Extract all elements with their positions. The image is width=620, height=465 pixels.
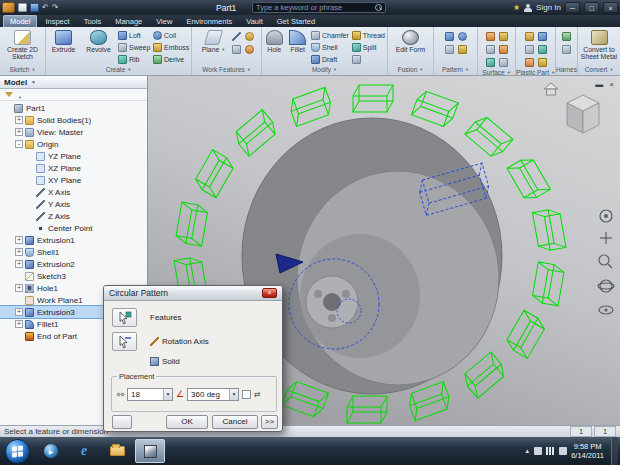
browser-tree-item[interactable]: X Axis	[0, 186, 147, 198]
volume-icon[interactable]	[559, 447, 567, 455]
browser-tree-item[interactable]: YZ Plane	[0, 150, 147, 162]
flip-direction-icon[interactable]: ⇄	[254, 390, 261, 399]
group-label-modify[interactable]: Modify	[262, 65, 387, 75]
stitch-button[interactable]	[484, 30, 496, 42]
tree-expander-icon[interactable]	[26, 212, 34, 220]
hole-button[interactable]: Hole	[263, 29, 285, 53]
browser-tree-item[interactable]: Y Axis	[0, 198, 147, 210]
tree-expander-icon[interactable]	[26, 164, 34, 172]
cancel-button[interactable]: Cancel	[212, 415, 258, 429]
action-center-icon[interactable]	[534, 447, 542, 455]
browser-tree-item[interactable]: + View: Master	[0, 126, 147, 138]
coil-button[interactable]: Coil	[152, 29, 190, 41]
tree-expander-icon[interactable]: +	[15, 260, 23, 268]
group-label-convert[interactable]: Convert	[578, 65, 620, 75]
tree-expander-icon[interactable]: +	[15, 128, 23, 136]
sweep-button[interactable]: Sweep	[117, 41, 151, 53]
close-button[interactable]: ×	[603, 2, 618, 13]
patch-button[interactable]	[497, 30, 509, 42]
ribbon-tab[interactable]: Inspect	[39, 16, 75, 27]
sketch-pattern-button[interactable]	[456, 43, 468, 55]
group-label-plastic-part[interactable]: Plastic Part	[516, 68, 555, 75]
media-player-button[interactable]: ▶	[36, 439, 66, 463]
ribbon-tab[interactable]: Tools	[78, 16, 108, 27]
ribbon-tab[interactable]: Environments	[180, 16, 238, 27]
pan-icon[interactable]	[600, 232, 612, 244]
orbit-icon[interactable]	[598, 280, 614, 292]
harness-route-button[interactable]	[561, 30, 573, 42]
grounded-point-button[interactable]	[244, 43, 256, 55]
tree-expander-icon[interactable]: +	[15, 248, 23, 256]
browser-tree-item[interactable]: XZ Plane	[0, 162, 147, 174]
sculpt-button[interactable]	[484, 56, 496, 68]
rectangular-pattern-button[interactable]	[443, 30, 455, 42]
search-input[interactable]: Type a keyword or phrase	[252, 2, 386, 13]
tree-expander-icon[interactable]: +	[15, 116, 23, 124]
minimize-button[interactable]: ─	[565, 2, 580, 13]
derive-button[interactable]: Derive	[152, 53, 190, 65]
browser-tree-item[interactable]: XY Plane	[0, 174, 147, 186]
network-icon[interactable]	[546, 447, 555, 455]
harness-segment-button[interactable]	[561, 43, 573, 55]
undo-icon[interactable]: ↶	[42, 2, 49, 13]
chamfer-button[interactable]: Chamfer	[310, 29, 350, 41]
tree-expander-icon[interactable]	[15, 332, 23, 340]
angle-dropdown-icon[interactable]: ▼	[229, 389, 238, 400]
count-dropdown-icon[interactable]: ▼	[163, 389, 172, 400]
inventor-taskbar-button[interactable]	[135, 439, 165, 463]
taskbar-clock[interactable]: 9:58 PM 6/14/2011	[571, 442, 604, 461]
dialog-aux-button[interactable]	[112, 415, 132, 429]
plane-button[interactable]: Plane	[198, 29, 230, 53]
ribbon-tab[interactable]: View	[150, 16, 178, 27]
draft-button[interactable]: Draft	[310, 53, 350, 65]
ribbon-tab[interactable]: Manage	[109, 16, 148, 27]
navigation-wheel-icon[interactable]	[600, 210, 612, 222]
viewcube[interactable]	[567, 95, 599, 133]
favorites-icon[interactable]: ★	[513, 3, 520, 12]
sign-in-link[interactable]: Sign In	[536, 3, 561, 12]
browser-tree-item[interactable]: + Extrusion1	[0, 234, 147, 246]
rule-fillet-button[interactable]	[523, 56, 535, 68]
browser-header[interactable]: Model	[0, 76, 147, 89]
maximize-button[interactable]: □	[584, 2, 599, 13]
select-rotation-axis-button[interactable]	[112, 332, 137, 351]
more-options-button[interactable]: >>	[261, 415, 278, 429]
angle-input[interactable]: 360 deg ▼	[187, 388, 239, 401]
browser-tree-item[interactable]: + Shell1	[0, 246, 147, 258]
search-icon[interactable]	[375, 4, 382, 11]
ribbon-tab[interactable]: Get Started	[271, 16, 321, 27]
extend-button[interactable]	[497, 43, 509, 55]
grill-button[interactable]	[523, 30, 535, 42]
browser-tree-item[interactable]: - Origin	[0, 138, 147, 150]
extrude-button[interactable]: Extrude	[47, 29, 80, 53]
browser-tree-item[interactable]: + Extrusion2	[0, 258, 147, 270]
tree-expander-icon[interactable]	[26, 176, 34, 184]
ucs-button[interactable]	[231, 43, 243, 55]
mirror-button[interactable]	[443, 43, 455, 55]
ribbon-tab[interactable]: Vault	[240, 16, 269, 27]
redo-icon[interactable]: ↷	[52, 2, 59, 13]
dialog-title-bar[interactable]: Circular Pattern ×	[104, 286, 282, 301]
flip-checkbox[interactable]	[242, 390, 251, 399]
show-desktop-button[interactable]	[611, 437, 618, 465]
tree-expander-icon[interactable]	[26, 200, 34, 208]
tree-expander-icon[interactable]: +	[15, 236, 23, 244]
browser-tree-item[interactable]: + Solid Bodies(1)	[0, 114, 147, 126]
group-label-sketch[interactable]: Sketch	[0, 65, 45, 75]
revolve-button[interactable]: Revolve	[81, 29, 116, 53]
convert-to-sheet-metal-button[interactable]: Convert to Sheet Metal	[579, 29, 619, 61]
group-label-harness[interactable]: Harness	[556, 65, 577, 75]
group-label-fusion[interactable]: Fusion	[388, 65, 433, 75]
document-minimize-icon[interactable]: ▬	[595, 80, 603, 89]
select-features-button[interactable]	[112, 308, 137, 327]
move-face-button[interactable]	[351, 53, 386, 65]
browser-tree-item[interactable]: Z Axis	[0, 210, 147, 222]
tree-expander-icon[interactable]: +	[15, 308, 23, 316]
snap-fit-button[interactable]	[536, 43, 548, 55]
ribbon-tab[interactable]: Model	[3, 15, 37, 27]
group-label-create[interactable]: Create	[46, 65, 191, 75]
look-at-icon[interactable]	[599, 306, 613, 314]
dialog-close-button[interactable]: ×	[262, 288, 277, 298]
group-label-pattern[interactable]: Pattern	[434, 65, 477, 75]
shell-button[interactable]: Shell	[310, 41, 350, 53]
